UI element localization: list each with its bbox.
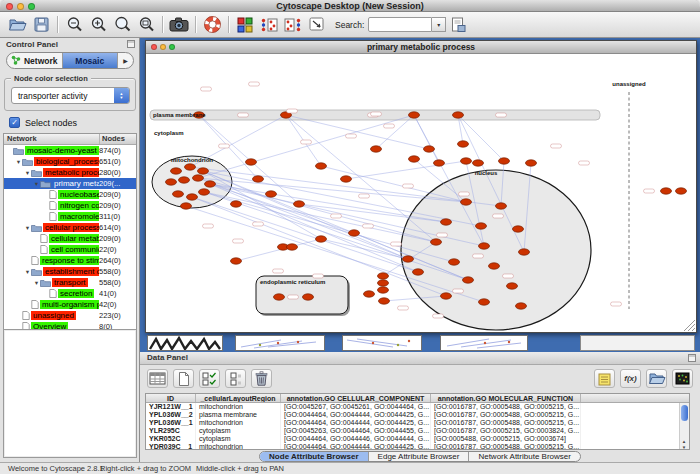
expand-icon[interactable]: ▼ [24,225,31,231]
network-node[interactable] [231,258,242,264]
network-node[interactable] [434,160,445,166]
network-node[interactable] [171,168,182,174]
network-node[interactable] [441,293,452,299]
network-node[interactable] [193,175,204,181]
table-row[interactable]: YPL036W__1mitochondrion[GO:0044464, GO:0… [146,419,689,427]
network-edge[interactable] [203,171,408,259]
tree-item-cellular-process[interactable]: ▼cellular process614(0) [4,222,136,233]
expand-icon[interactable]: ▼ [24,269,31,275]
minimized-window-thumbnail[interactable] [235,335,325,351]
network-node[interactable] [274,294,285,300]
network-node[interactable] [166,179,177,185]
network-node[interactable] [479,299,490,305]
network-edge[interactable] [198,178,466,202]
network-node[interactable] [409,156,420,162]
float-panel-icon[interactable] [127,40,135,48]
network-node[interactable] [461,199,472,205]
column-header-cellularlayoutregion[interactable]: _cellularLayoutRegion [196,394,281,402]
tree-item-nucleobase[interactable]: nucleobase-209(0) [4,189,136,200]
tree-item-macromolecule[interactable]: macromolecule311(0) [4,211,136,222]
import-attributes-icon[interactable] [646,369,667,388]
network-node[interactable] [371,146,382,152]
network-node[interactable] [181,203,192,209]
tree-item-unassigned[interactable]: unassigned223(0) [4,310,136,321]
tree-item-primary-metabo[interactable]: ▼primary metabo209(... [4,178,136,189]
network-edge[interactable] [236,239,321,261]
network-node[interactable] [463,277,474,283]
column-header-annotation-go-molecular-function[interactable]: annotation.GO MOLECULAR_FUNCTION [431,394,581,402]
network-node[interactable] [266,191,277,197]
network-node[interactable] [185,164,196,170]
network-node[interactable] [179,177,190,183]
tree-item-transport[interactable]: ▼transport558(0) [4,277,136,288]
column-header-id[interactable]: ID [146,394,196,402]
tree-item-establishment-of-lo[interactable]: ▼establishment of lo558(0) [4,266,136,277]
zoom-out-icon[interactable] [62,14,86,36]
unselect-attributes-icon[interactable] [225,369,246,388]
network-node[interactable] [187,194,198,200]
network-node[interactable] [341,176,352,182]
table-scrollbar[interactable]: ▲▼ [679,403,689,450]
zoom-selected-icon[interactable] [134,14,158,36]
network-node[interactable] [294,201,305,207]
tree-item-secretion[interactable]: secretion41(0) [4,288,136,299]
advanced-search-icon[interactable] [446,14,470,36]
expand-icon[interactable]: ▼ [33,280,40,286]
network-node[interactable] [676,188,687,194]
minimized-window-thumbnail[interactable] [147,335,223,351]
node-color-dropdown[interactable]: transporter activity ▴▾ [11,87,130,104]
network-node[interactable] [378,280,389,286]
function-builder-icon[interactable]: f(x) [620,369,641,388]
network-node[interactable] [441,219,452,225]
network-node[interactable] [473,160,484,166]
minimized-window-thumbnail[interactable] [342,335,422,351]
network-node[interactable] [479,243,490,249]
network-node[interactable] [409,112,420,118]
search-dropdown-icon[interactable]: ▾ [432,17,446,32]
table-row[interactable]: YJR121W__1mitochondrion[GO:0045267, GO:0… [146,403,689,411]
network-node[interactable] [253,176,264,182]
open-icon[interactable] [5,14,29,36]
tree-item-cell-communicat[interactable]: cell communicat22(0) [4,244,136,255]
expand-icon[interactable]: ▼ [24,170,31,176]
network-node[interactable] [449,259,460,265]
network-node[interactable] [316,163,327,169]
expand-icon[interactable]: ▼ [15,159,22,165]
network-node[interactable] [461,158,472,164]
new-attribute-icon[interactable] [173,369,194,388]
minimized-window-thumbnail[interactable] [440,335,528,351]
network-view-titlebar[interactable]: primary metabolic process [146,41,696,54]
network-node[interactable] [496,203,507,209]
network-edge[interactable] [210,184,418,272]
network-node[interactable] [287,244,298,250]
annotation-icon[interactable] [305,14,329,36]
tree-item-mosaic-demo-yeast[interactable]: mosaic-demo-yeast874(0) [4,145,136,156]
notepad-icon[interactable] [594,369,615,388]
network-edge[interactable] [210,184,354,233]
snapshot-icon[interactable] [167,14,191,36]
network-node[interactable] [424,146,435,152]
copy-network-view-icon[interactable] [281,14,305,36]
network-node[interactable] [458,141,469,147]
zoom-in-icon[interactable] [86,14,110,36]
table-row[interactable]: YDR039C__1mitochondrion[GO:0044464, GO:0… [146,443,689,450]
network-node[interactable] [507,283,518,289]
network-edge[interactable] [286,115,436,242]
help-icon[interactable] [200,14,224,36]
more-tabs-icon[interactable]: ▶ [118,53,133,68]
select-attributes-icon[interactable] [199,369,220,388]
column-header-annotation-go-cellular-component[interactable]: annotation.GO CELLULAR_COMPONENT [281,394,431,402]
network-edge[interactable] [414,115,439,163]
search-input[interactable] [368,17,432,32]
network-node[interactable] [378,273,389,279]
table-icon[interactable] [147,369,168,388]
network-node[interactable] [489,263,500,269]
zoom-fit-icon[interactable] [110,14,134,36]
tree-item-cellular-metabol[interactable]: cellular metabol209(0) [4,233,136,244]
network-node[interactable] [526,160,537,166]
tree-item-response-to-stimul[interactable]: response to stimul264(0) [4,255,136,266]
network-edge[interactable] [204,192,436,242]
network-edge[interactable] [346,161,466,179]
delete-attribute-icon[interactable] [251,369,272,388]
network-node[interactable] [199,189,210,195]
